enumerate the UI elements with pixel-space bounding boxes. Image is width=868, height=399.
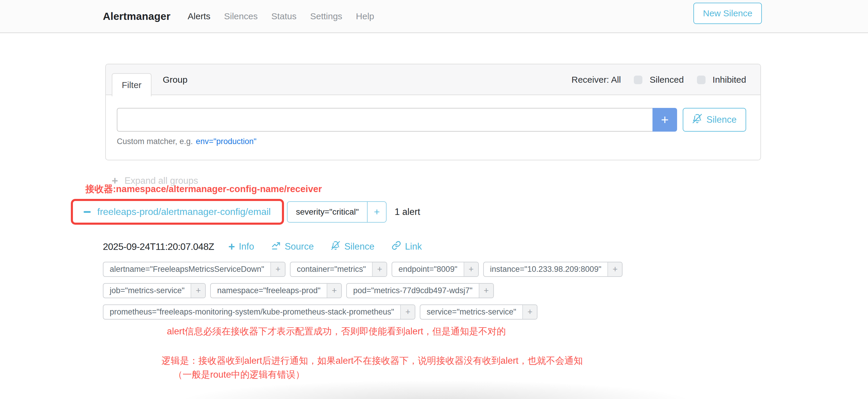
label-text: prometheus="freeleaps-monitoring-system/… (103, 305, 400, 319)
annotation-logic-note: 逻辑是：接收器收到alert后进行通知，如果alert不在接收器下，说明接收器没… (161, 355, 583, 367)
group-matcher-chip: severity="critical" + (287, 201, 386, 223)
bottom-shadow (184, 380, 688, 399)
label-tag: endpoint="8009"+ (392, 262, 479, 277)
nav-item-help[interactable]: Help (356, 11, 374, 21)
label-add-filter-button[interactable]: + (372, 262, 386, 276)
matcher-hint-text: Custom matcher, e.g. (117, 137, 193, 146)
label-add-filter-button[interactable]: + (479, 284, 493, 298)
receiver-filter-label[interactable]: Receiver: All (571, 75, 621, 85)
bell-slash-icon (331, 241, 340, 252)
nav-item-alerts[interactable]: Alerts (188, 11, 211, 21)
silenced-label: Silenced (650, 75, 684, 85)
silenced-checkbox[interactable] (634, 75, 642, 84)
filter-panel-body: + Silence Custom matcher, e.g.env="produ… (106, 95, 761, 146)
alert-external-link[interactable]: Link (392, 241, 422, 252)
label-add-filter-button[interactable]: + (327, 284, 341, 298)
label-add-filter-button[interactable]: + (191, 284, 205, 298)
label-tag: prometheus="freeleaps-monitoring-system/… (103, 304, 415, 319)
source-label: Source (285, 241, 314, 252)
matcher-input[interactable] (117, 108, 652, 132)
navbar: Alertmanager Alerts Silences Status Sett… (0, 0, 868, 33)
group-matcher-label: severity="critical" (287, 202, 367, 222)
inhibited-checkbox-wrap[interactable]: Inhibited (697, 75, 746, 85)
alert-count: 1 alert (395, 207, 420, 217)
alert-silence-link[interactable]: Silence (331, 241, 374, 252)
info-label: Info (239, 241, 254, 252)
label-add-filter-button[interactable]: + (400, 305, 415, 319)
chart-icon (271, 241, 281, 252)
matcher-hint: Custom matcher, e.g.env="production" (117, 137, 749, 146)
filter-panel-header: Filter Group Receiver: All Silenced Inhi… (106, 64, 761, 95)
label-tag: container="metrics"+ (290, 262, 387, 277)
label-tag: service="metrics-service"+ (420, 304, 537, 319)
label-text: service="metrics-service" (421, 305, 522, 319)
inhibited-checkbox[interactable] (697, 75, 706, 84)
alert-labels: alertname="FreeleapsMetricsServiceDown"+… (103, 262, 660, 319)
alert-info-link[interactable]: + Info (228, 241, 254, 252)
nav-item-silences[interactable]: Silences (224, 11, 258, 21)
inhibited-label: Inhibited (713, 75, 746, 85)
filter-options: Receiver: All Silenced Inhibited (571, 64, 746, 95)
silence-filter-button[interactable]: Silence (683, 108, 746, 132)
annotation-receiver-note: 接收器:namespace/altermanager-config-name/r… (85, 183, 322, 195)
matcher-example-link[interactable]: env="production" (196, 137, 257, 146)
silence-filter-label: Silence (707, 115, 737, 125)
alert-timestamp: 2025-09-24T11:20:07.048Z (103, 241, 214, 252)
label-text: pod="metrics-77d9cdb497-wdsj7" (347, 284, 479, 298)
alert-detail-row: 2025-09-24T11:20:07.048Z + Info Source S… (103, 241, 666, 252)
label-tag: namespace="freeleaps-prod"+ (210, 283, 342, 298)
label-add-filter-button[interactable]: + (608, 262, 622, 276)
alert-group-row: freeleaps-prod/alertmanager-config/email… (71, 199, 420, 225)
minus-icon (84, 211, 91, 213)
label-tag: pod="metrics-77d9cdb497-wdsj7"+ (346, 283, 494, 298)
app-brand: Alertmanager (103, 10, 170, 22)
plus-icon: + (228, 241, 235, 252)
label-add-filter-button[interactable]: + (522, 305, 537, 319)
group-matcher-add-button[interactable]: + (367, 202, 386, 222)
label-tag: instance="10.233.98.209:8009"+ (483, 262, 623, 277)
label-tag: job="metrics-service"+ (103, 283, 206, 298)
link-icon (392, 241, 401, 252)
filter-panel: Filter Group Receiver: All Silenced Inhi… (105, 64, 761, 160)
tab-group[interactable]: Group (163, 64, 187, 95)
add-matcher-button[interactable]: + (652, 108, 677, 132)
nav-links: Alerts Silences Status Settings Help (188, 11, 374, 21)
annotation-config-note: alert信息必须在接收器下才表示配置成功，否则即使能看到alert，但是通知是… (167, 325, 506, 338)
matcher-input-group: + (117, 108, 677, 132)
annotation-route-note: （一般是route中的逻辑有错误） (174, 368, 305, 381)
alert-source-link[interactable]: Source (271, 241, 314, 252)
silence-label: Silence (344, 241, 374, 252)
label-text: instance="10.233.98.209:8009" (484, 262, 608, 276)
label-text: alertname="FreeleapsMetricsServiceDown" (103, 262, 270, 276)
tab-filter[interactable]: Filter (112, 73, 152, 96)
group-receiver-label: freeleaps-prod/alertmanager-config/email (97, 206, 271, 217)
annotation-red-box: freeleaps-prod/alertmanager-config/email (71, 199, 284, 225)
nav-item-status[interactable]: Status (271, 11, 297, 21)
alert-item: 2025-09-24T11:20:07.048Z + Info Source S… (103, 241, 666, 319)
label-add-filter-button[interactable]: + (270, 262, 285, 276)
silenced-checkbox-wrap[interactable]: Silenced (634, 75, 684, 85)
label-tag: alertname="FreeleapsMetricsServiceDown"+ (103, 262, 285, 277)
group-receiver-toggle[interactable]: freeleaps-prod/alertmanager-config/email (84, 206, 271, 217)
label-text: container="metrics" (290, 262, 372, 276)
label-text: job="metrics-service" (103, 284, 191, 298)
new-silence-button[interactable]: New Silence (693, 3, 762, 24)
bell-slash-icon (692, 114, 702, 126)
link-label: Link (405, 241, 422, 252)
label-text: endpoint="8009" (392, 262, 464, 276)
label-text: namespace="freeleaps-prod" (211, 284, 327, 298)
label-add-filter-button[interactable]: + (464, 262, 478, 276)
nav-item-settings[interactable]: Settings (310, 11, 342, 21)
